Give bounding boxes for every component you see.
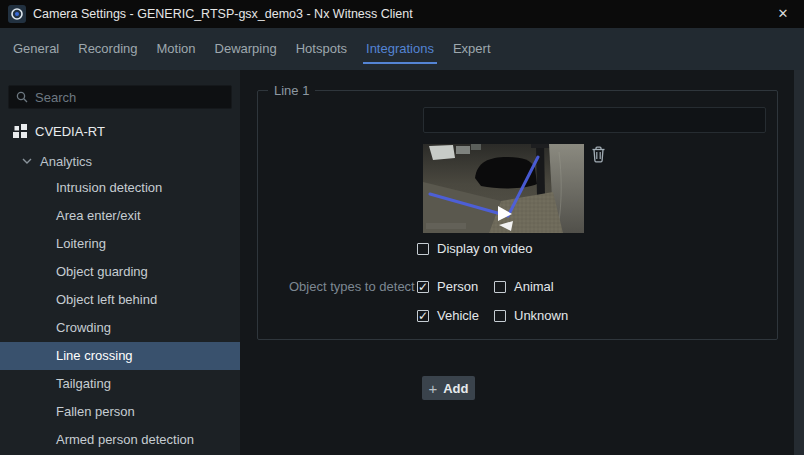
checkbox-box[interactable] xyxy=(494,281,506,293)
object-type-vehicle-checkbox[interactable]: Vehicle xyxy=(417,308,479,323)
groupbox-legend: Line 1 xyxy=(268,83,315,98)
sidebar-item-cvedia-rt[interactable]: CVEDIA-RT xyxy=(0,117,240,145)
checkbox-label: Display on video xyxy=(437,241,532,256)
line-name-input[interactable] xyxy=(423,107,766,133)
plugin-label: CVEDIA-RT xyxy=(35,124,105,139)
group-label: Analytics xyxy=(40,154,92,169)
tab-recording[interactable]: Recording xyxy=(75,36,140,64)
sidebar-item-object-guarding[interactable]: Object guarding xyxy=(0,258,240,286)
checkbox-label: Unknown xyxy=(514,308,568,323)
tab-integrations[interactable]: Integrations xyxy=(363,36,437,64)
sidebar-item-armed-person-detection[interactable]: Armed person detection xyxy=(0,426,240,454)
sidebar-group-analytics[interactable]: Analytics xyxy=(0,147,240,175)
checkbox-label: Person xyxy=(437,279,478,294)
search-icon xyxy=(16,91,28,103)
search-input[interactable] xyxy=(35,90,231,105)
chevron-down-icon[interactable] xyxy=(22,158,32,164)
grid-squares-icon xyxy=(12,123,28,139)
tab-dewarping[interactable]: Dewarping xyxy=(212,36,280,64)
sidebar-item-tailgating[interactable]: Tailgating xyxy=(0,370,240,398)
nx-witness-app-icon xyxy=(8,5,26,23)
display-on-video-checkbox[interactable]: Display on video xyxy=(417,241,532,256)
checkbox-box[interactable] xyxy=(417,243,429,255)
close-icon[interactable]: ✕ xyxy=(772,3,794,25)
delete-line-button[interactable] xyxy=(588,144,608,164)
checkbox-box[interactable] xyxy=(417,281,429,293)
vertical-scrollbar[interactable] xyxy=(794,70,804,455)
title-bar: Camera Settings - GENERIC_RTSP-gsx_demo3… xyxy=(0,0,804,28)
trash-icon xyxy=(591,146,606,163)
tab-bar: General Recording Motion Dewarping Hotsp… xyxy=(0,28,804,70)
checkbox-label: Vehicle xyxy=(437,308,479,323)
plus-icon: + xyxy=(428,381,437,396)
object-type-person-checkbox[interactable]: Person xyxy=(417,279,478,294)
integrations-sidebar: CVEDIA-RT Analytics Intrusion detection … xyxy=(0,70,240,455)
add-button-label: Add xyxy=(443,381,468,396)
window-title: Camera Settings - GENERIC_RTSP-gsx_demo3… xyxy=(33,7,413,21)
sidebar-item-area-enter-exit[interactable]: Area enter/exit xyxy=(0,202,240,230)
dialog-body: CVEDIA-RT Analytics Intrusion detection … xyxy=(0,70,804,455)
line-1-groupbox: Line 1 xyxy=(257,90,778,340)
sidebar-item-intrusion-detection[interactable]: Intrusion detection xyxy=(0,174,240,202)
camera-settings-window: Camera Settings - GENERIC_RTSP-gsx_demo3… xyxy=(0,0,804,455)
object-types-label: Object types to detect xyxy=(289,279,406,294)
tab-general[interactable]: General xyxy=(10,36,62,64)
line-crossing-settings-panel: Line 1 xyxy=(240,70,804,455)
tab-motion[interactable]: Motion xyxy=(154,36,199,64)
object-type-unknown-checkbox[interactable]: Unknown xyxy=(494,308,568,323)
tab-expert[interactable]: Expert xyxy=(450,36,494,64)
object-type-animal-checkbox[interactable]: Animal xyxy=(494,279,554,294)
checkbox-box[interactable] xyxy=(494,310,506,322)
sidebar-item-crowding[interactable]: Crowding xyxy=(0,314,240,342)
add-line-button[interactable]: + Add xyxy=(422,376,475,400)
camera-preview-thumbnail[interactable] xyxy=(423,144,584,233)
sidebar-item-loitering[interactable]: Loitering xyxy=(0,230,240,258)
tab-hotspots[interactable]: Hotspots xyxy=(293,36,350,64)
analytics-tree: Intrusion detection Area enter/exit Loit… xyxy=(0,174,240,454)
checkbox-label: Animal xyxy=(514,279,554,294)
search-box[interactable] xyxy=(8,85,232,109)
sidebar-item-fallen-person[interactable]: Fallen person xyxy=(0,398,240,426)
sidebar-item-object-left-behind[interactable]: Object left behind xyxy=(0,286,240,314)
checkbox-box[interactable] xyxy=(417,310,429,322)
sidebar-item-line-crossing[interactable]: Line crossing xyxy=(0,342,240,370)
